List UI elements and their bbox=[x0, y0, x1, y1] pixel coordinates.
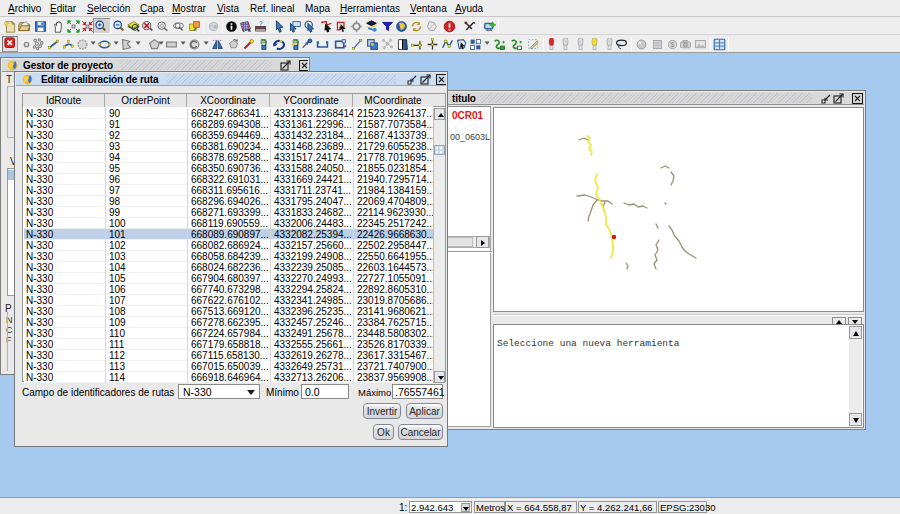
svg-text:$: $ bbox=[670, 41, 674, 48]
svg-text:?: ? bbox=[259, 20, 263, 27]
